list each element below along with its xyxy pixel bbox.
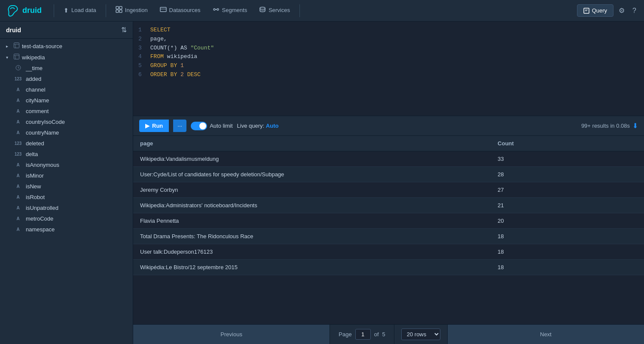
sidebar-item-channel[interactable]: Achannel [0,84,133,95]
live-query-label: Live query: Auto [237,123,279,129]
toggle-knob [199,123,206,129]
page-label: Page [339,331,351,338]
sidebar-item-isAnonymous[interactable]: AisAnonymous [0,160,133,170]
nav-divider-2 [106,4,106,17]
sidebar-header: druid ⇅ [0,22,133,39]
type-badge: A [13,227,23,232]
sidebar-item-wikipedia[interactable]: ▾wikipedia [0,52,133,63]
of-label: of [374,331,379,338]
line-number: 2 [138,35,142,44]
sidebar-item-label: delta [26,151,38,157]
chevron-icon: ▾ [6,55,11,60]
nav-ingestion[interactable]: Ingestion [110,0,154,22]
sidebar-item-cityName[interactable]: AcityName [0,95,133,106]
cell-count: 21 [491,198,644,213]
sidebar-item-deleted[interactable]: 123deleted [0,138,133,149]
sidebar-item-metroCode[interactable]: AmetroCode [0,213,133,224]
prev-button[interactable]: Previous [133,325,330,344]
sidebar-item-label: countryIsoCode [26,119,65,125]
table-header: page Count [133,136,644,151]
svg-rect-0 [116,6,119,9]
app-name: druid [22,6,42,15]
sidebar-item-__time[interactable]: __time [0,63,133,74]
sidebar-item-delta[interactable]: 123delta [0,149,133,160]
svg-rect-3 [119,10,122,12]
sidebar-item-isUnpatrolled[interactable]: AisUnpatrolled [0,203,133,213]
sidebar-item-label: added [26,76,41,82]
auto-limit-toggle[interactable] [191,122,207,130]
results-table-wrapper[interactable]: page Count Wikipedia:Vandalismusmeldung3… [133,136,644,324]
rows-per-page-select[interactable]: 10 rows20 rows50 rows100 rows [401,329,440,340]
sidebar-item-isMinor[interactable]: AisMinor [0,170,133,181]
sidebar-item-isNew[interactable]: AisNew [0,181,133,192]
sidebar-item-label: isRobot [26,194,45,200]
nav-services-label: Services [269,7,290,13]
rows-select-wrapper: 10 rows20 rows50 rows100 rows [394,325,447,344]
settings-button[interactable]: ⚙ [616,4,627,17]
run-button[interactable]: ▶ Run [139,120,169,132]
sidebar-sort-button[interactable]: ⇅ [121,26,127,34]
type-badge: A [13,120,23,124]
cell-count: 28 [491,167,644,182]
results-body: Wikipedia:Vandalismusmeldung33User:Cyde/… [133,151,644,275]
code-content[interactable]: SELECT page, COUNT(*) AS "Count"FROM wik… [147,22,644,116]
table-row[interactable]: Wikipedia:Administrators' noticeboard/In… [133,198,644,213]
table-row[interactable]: Flavia Pennetta20 [133,213,644,229]
sidebar-item-label: isMinor [26,172,44,179]
code-line: GROUP BY 1 [150,61,641,71]
cell-count: 18 [491,260,644,275]
sidebar-item-isRobot[interactable]: AisRobot [0,192,133,203]
nav-segments[interactable]: Segments [207,0,253,22]
sidebar-item-added[interactable]: 123added [0,74,133,84]
line-number: 1 [138,26,142,35]
table-row[interactable]: User:Cyde/List of candidates for speedy … [133,167,644,182]
query-button[interactable]: Query [577,4,613,17]
sidebar: druid ⇅ ▸test-data-source▾wikipedia__tim… [0,22,133,344]
sidebar-item-countryName[interactable]: AcountryName [0,127,133,138]
sidebar-item-label: wikipedia [22,54,45,61]
cell-count: 18 [491,229,644,244]
type-badge: 123 [13,77,23,81]
cell-page: User talk:Dudeperson176123 [133,244,491,260]
sidebar-item-test-data-source[interactable]: ▸test-data-source [0,40,133,52]
col-header-page[interactable]: page [133,136,491,151]
svg-rect-4 [160,7,166,12]
table-row[interactable]: Total Drama Presents: The Ridonculous Ra… [133,229,644,244]
sidebar-item-label: isAnonymous [26,162,59,168]
table-row[interactable]: Jeremy Corbyn27 [133,182,644,198]
sidebar-item-namespace[interactable]: Anamespace [0,224,133,235]
nav-services[interactable]: Services [253,0,296,22]
main-layout: druid ⇅ ▸test-data-source▾wikipedia__tim… [0,22,644,344]
page-number-input[interactable] [355,329,371,340]
table-row[interactable]: User talk:Dudeperson17612318 [133,244,644,260]
page-info: Page of 5 [330,329,394,340]
line-number: 3 [138,44,142,53]
code-line: page, [150,35,641,44]
more-button[interactable]: ··· [173,120,186,132]
help-button[interactable]: ? [630,4,639,17]
table-row[interactable]: Wikipédia:Le Bistro/12 septembre 201518 [133,260,644,275]
sidebar-item-countryIsoCode[interactable]: AcountryIsoCode [0,117,133,127]
app-logo[interactable]: druid [5,4,49,18]
type-badge: A [13,173,23,178]
table-row[interactable]: Wikipedia:Vandalismusmeldung33 [133,151,644,167]
pagination: Previous Page of 5 10 rows20 rows50 rows… [133,324,644,344]
nav-datasources[interactable]: Datasources [154,0,207,22]
sidebar-item-comment[interactable]: Acomment [0,106,133,117]
nav-divider-1 [54,4,54,17]
ingestion-icon [116,6,122,14]
run-label: Run [152,123,163,129]
cell-count: 27 [491,182,644,198]
download-icon[interactable]: ⬇ [632,122,638,130]
cell-page: Total Drama Presents: The Ridonculous Ra… [133,229,491,244]
results-area: page Count Wikipedia:Vandalismusmeldung3… [133,136,644,344]
live-query-value[interactable]: Auto [266,123,279,129]
code-editor[interactable]: 123456 SELECT page, COUNT(*) AS "Count"F… [133,22,644,116]
nav-load-data[interactable]: ⬆ Load data [58,0,102,22]
next-button[interactable]: Next [447,325,644,344]
type-badge: A [13,130,23,135]
query-btn-label: Query [592,7,607,14]
content-area: 123456 SELECT page, COUNT(*) AS "Count"F… [133,22,644,344]
col-header-count[interactable]: Count [491,136,644,151]
sidebar-list: ▸test-data-source▾wikipedia__time123adde… [0,39,133,344]
